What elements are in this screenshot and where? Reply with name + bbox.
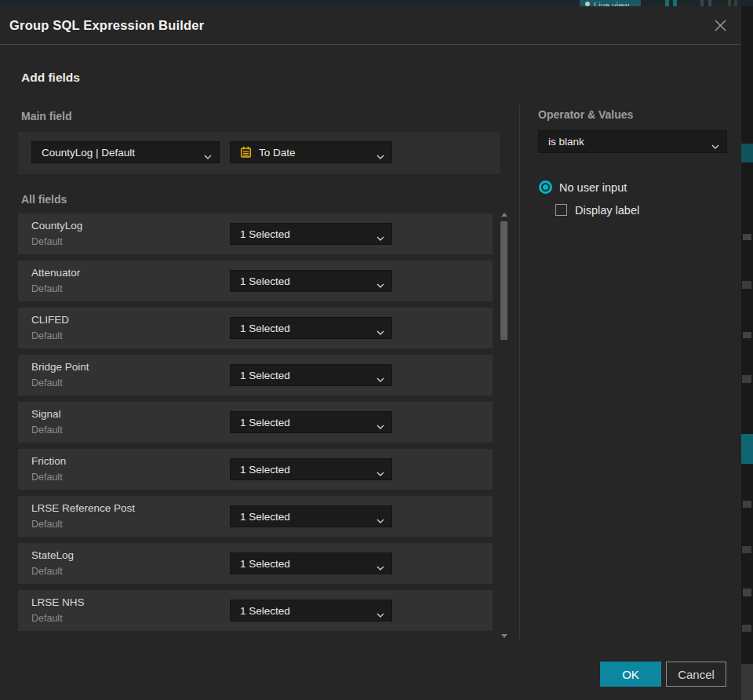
field-list-item: StateLog Default 1 Selected [18,543,493,584]
main-field-panel: CountyLog | Default To Date [18,132,500,174]
background-fragment [742,375,751,383]
main-field-label: Main field [21,110,72,122]
field-subtitle: Default [31,377,63,388]
chevron-down-icon [376,150,384,162]
chevron-down-icon [376,279,384,290]
all-fields-label: All fields [21,193,67,206]
operator-select[interactable]: is blank [538,130,727,153]
add-fields-heading: Add fields [21,71,80,85]
field-name: CLIFED [31,314,69,326]
cancel-button[interactable]: Cancel [666,662,726,687]
main-field-select[interactable]: CountyLog | Default [31,141,220,163]
chevron-down-icon [376,561,384,573]
scrollbar-thumb[interactable] [500,221,507,340]
screen: Live view Group SQL Expression Builder A [0,0,753,700]
field-name: Friction [31,455,66,467]
display-label-label: Display label [575,204,639,217]
field-name: LRSE NHS [31,596,85,608]
background-app-top-strip: Live view [0,0,753,6]
operator-select-value: is blank [548,136,584,148]
display-label-checkbox[interactable] [555,204,567,216]
close-icon[interactable] [709,14,731,36]
background-icon-fragment [700,0,704,6]
scroll-up-icon[interactable] [501,213,507,217]
field-subtitle: Default [31,425,63,436]
chevron-down-icon [376,467,384,479]
field-selection-value: 1 Selected [240,370,290,381]
background-fragment [743,332,751,338]
field-selection-select[interactable]: 1 Selected [230,270,392,292]
background-fragment [742,625,751,632]
calendar-icon [240,146,252,159]
panel-divider [519,104,520,639]
field-subtitle: Default [31,283,63,294]
chevron-down-icon [376,420,384,432]
background-fragment [743,234,751,240]
field-list-item: LRSE NHS Default 1 Selected [18,590,493,631]
field-name: Bridge Point [31,361,89,373]
field-selection-value: 1 Selected [240,275,290,287]
field-selection-select[interactable]: 1 Selected [230,411,392,433]
radio-dot [543,184,548,190]
field-list-item: Bridge Point Default 1 Selected [18,355,493,396]
background-icon-fragment [673,0,677,6]
background-fragment [742,546,751,553]
chevron-down-icon [376,232,384,243]
field-selection-value: 1 Selected [240,558,290,570]
chevron-down-icon [711,140,719,151]
field-subtitle: Default [31,472,63,483]
scroll-down-icon[interactable] [501,634,507,638]
main-field-type-value: To Date [259,147,296,159]
background-icon-fragment [734,0,737,6]
operator-values-label: Operator & Values [538,108,633,121]
field-list-item: CLIFED Default 1 Selected [18,308,493,348]
background-icon-fragment [708,0,711,6]
field-selection-select[interactable]: 1 Selected [230,317,392,339]
field-selection-select[interactable]: 1 Selected [230,600,392,622]
fields-list-scrollbar[interactable] [499,211,509,640]
field-subtitle: Default [31,566,63,577]
chevron-down-icon [376,608,384,620]
field-list-item: LRSE Reference Post Default 1 Selected [18,496,493,537]
field-selection-select[interactable]: 1 Selected [230,505,392,527]
main-field-select-value: CountyLog | Default [42,147,135,159]
ok-button[interactable]: OK [600,662,661,687]
field-selection-value: 1 Selected [240,605,290,617]
background-icon-fragment [665,0,669,6]
field-subtitle: Default [31,519,63,530]
background-fragment [741,144,753,162]
dialog-header: Group SQL Expression Builder [0,6,741,45]
field-subtitle: Default [31,613,63,624]
background-fragment [742,281,751,289]
field-selection-value: 1 Selected [240,417,290,428]
field-name: StateLog [31,549,74,561]
field-selection-select[interactable]: 1 Selected [230,552,392,574]
background-fragment [741,434,753,464]
no-user-input-radio[interactable] [539,180,552,194]
live-view-label: Live view [594,1,629,6]
field-selection-select[interactable]: 1 Selected [230,223,392,245]
field-list-item: Signal Default 1 Selected [18,402,493,443]
field-name: Signal [31,408,61,420]
field-selection-value: 1 Selected [240,464,290,476]
main-field-type-select[interactable]: To Date [230,141,392,163]
dialog-title: Group SQL Expression Builder [9,6,204,45]
field-subtitle: Default [31,330,63,341]
no-user-input-label: No user input [559,181,627,194]
background-app-right-strip [741,6,753,700]
background-icon-fragment [728,0,731,6]
chevron-down-icon [376,373,384,385]
chevron-down-icon [204,150,212,162]
field-selection-select[interactable]: 1 Selected [230,364,392,386]
field-name: Attenuator [31,267,80,279]
field-selection-select[interactable]: 1 Selected [230,458,392,480]
background-fragment [741,664,753,700]
background-fragment [743,589,751,596]
chevron-down-icon [376,514,384,526]
field-selection-value: 1 Selected [240,228,290,240]
all-fields-list: CountyLog Default 1 Selected Attenuator … [18,213,493,632]
field-list-item: Friction Default 1 Selected [18,449,493,490]
field-selection-value: 1 Selected [240,323,290,334]
field-name: LRSE Reference Post [31,502,135,514]
field-name: CountyLog [31,220,82,232]
